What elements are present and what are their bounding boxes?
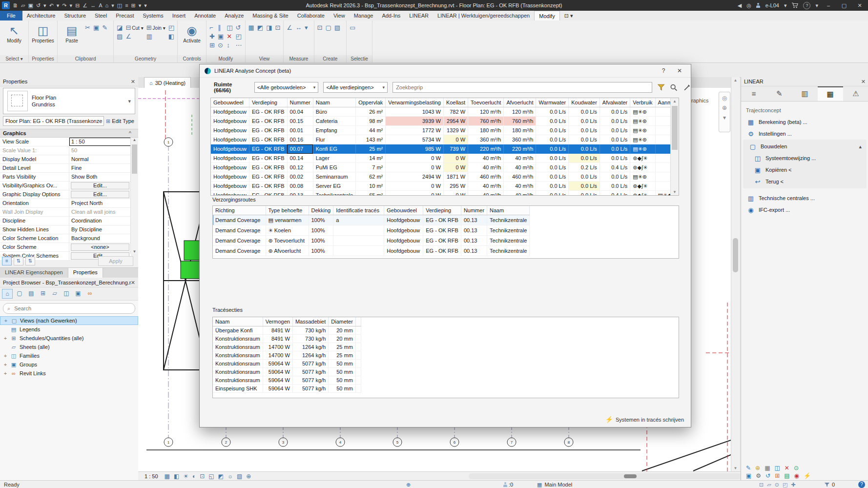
canvas-vertical-scrollbar[interactable]: ▲▼ [731, 77, 740, 471]
legend-component-icon[interactable]: ⊡ [317, 24, 323, 31]
ribbon-tab-add-ins[interactable]: Add-Ins [377, 11, 405, 20]
pick-element-icon[interactable] [683, 83, 691, 92]
terug-item[interactable]: ↩Terug < [743, 176, 867, 187]
linear-tool-icon[interactable]: ▤ [784, 472, 789, 479]
expand-icon[interactable]: + [3, 318, 8, 324]
linear-tool-icon[interactable]: ⚙ [756, 472, 761, 479]
table-row[interactable]: Konstruktionsraum8491 W730 kg/h20 mm [213, 335, 361, 343]
cell[interactable]: Empfang [313, 126, 355, 135]
column-header[interactable]: Koellast [443, 98, 468, 107]
cell[interactable]: 0.0 L/s [536, 135, 569, 144]
cell[interactable]: 8491 W [263, 335, 292, 343]
browser-schedules-icon[interactable]: ⊞ [38, 289, 48, 298]
switch-windows-icon[interactable]: ⊞ [131, 0, 136, 11]
property-value[interactable]: 50 [69, 146, 131, 155]
cell[interactable]: Übergabe Konfi [213, 326, 263, 335]
column-header[interactable]: Nummer [287, 98, 313, 107]
undo-menu-icon[interactable]: ▾ [57, 0, 60, 11]
sun-path-icon[interactable]: ☀ [183, 473, 188, 480]
cell[interactable]: Konstruktionsraum [213, 360, 263, 368]
linear-tool-icon[interactable]: ◉ [794, 472, 799, 479]
cell[interactable]: ▤✳⊛ [630, 107, 655, 117]
cell[interactable]: Konstruktionsraum [213, 368, 263, 376]
ribbon-tab-steel[interactable]: Steel [90, 11, 111, 20]
cell[interactable]: 0.0 L/s [536, 126, 569, 135]
cell[interactable]: Hoofdgebouw [384, 225, 423, 236]
cell[interactable]: Demand Coverage [213, 215, 266, 225]
signed-in-user[interactable]: e-L04 [765, 2, 779, 8]
restore-button[interactable]: ▢ [839, 2, 849, 9]
text-icon[interactable]: A [99, 0, 102, 11]
column-header[interactable]: Dekking [309, 206, 333, 215]
cell[interactable]: Technikzentrale [487, 215, 530, 225]
beam-icon[interactable]: ▥ [146, 33, 165, 40]
cell[interactable]: 0.0 L/s [569, 172, 600, 182]
cell[interactable] [355, 360, 361, 368]
level-filter-select[interactable]: <Alle verdiepingen>▾ [323, 82, 388, 93]
browser-home-icon[interactable]: ⌂ [2, 289, 13, 299]
cell[interactable]: 00.16 [287, 135, 313, 144]
cell[interactable]: 100% [309, 236, 333, 246]
cell[interactable]: 25 mm [329, 343, 356, 351]
cell[interactable]: 0.0 L/s [569, 191, 600, 196]
write-systems-button[interactable]: ⚡ Systemen in tracés schrijven [605, 416, 684, 423]
cell[interactable]: EG - OK RFB [423, 225, 461, 236]
customize-qat-icon[interactable]: ▾ [144, 0, 147, 11]
cell[interactable]: Konstruktionsraum [213, 376, 263, 385]
table-row[interactable]: HoofdgebouwEG - OK RFB00.12PuMi EG7 m²0 … [211, 163, 670, 172]
cell[interactable]: Hoofdgebouw [211, 182, 249, 191]
ifc-export-item[interactable]: ◉IFC-export ... [741, 204, 868, 216]
panel-label[interactable]: Selectie [347, 55, 372, 62]
app-store-cart-icon[interactable] [791, 2, 798, 8]
browser-sheets-icon[interactable]: ▱ [50, 289, 60, 298]
browser-groups-icon[interactable]: ▣ [73, 289, 83, 298]
ribbon-tab-file[interactable]: File [0, 11, 22, 20]
measure-menu-icon[interactable]: ▾ [305, 24, 308, 31]
panel-label[interactable]: Controls [178, 55, 206, 62]
ribbon-tab-architecture[interactable]: Architecture [22, 11, 60, 20]
sort-desc-icon[interactable]: ⇅ [25, 257, 35, 265]
cell[interactable]: Einspeisung SHK [213, 385, 263, 393]
copy-icon[interactable]: ▣ [218, 33, 224, 40]
cell[interactable]: 26 m² [356, 107, 386, 117]
cell[interactable]: Hoofdgebouw [211, 126, 249, 135]
column-header[interactable]: Verbruik [630, 98, 655, 107]
browser-links-icon[interactable]: ∞ [85, 289, 95, 298]
linear-tool-icon[interactable]: ⊙ [794, 465, 799, 471]
properties-close-icon[interactable]: ✕ [131, 77, 135, 86]
expand-icon[interactable]: + [3, 370, 8, 376]
cell[interactable]: 120 m³/h [468, 107, 504, 117]
cell[interactable]: EG - OK RFB [423, 246, 461, 256]
cell[interactable]: 0.0 L/s [599, 117, 630, 126]
cell[interactable]: 760 m³/h [468, 117, 504, 126]
cell[interactable]: Konstruktionsraum [213, 351, 263, 360]
cell[interactable]: 0 W [386, 191, 444, 196]
ribbon-tab-precast[interactable]: Precast [111, 11, 138, 20]
cell[interactable]: 0.0 L/s [599, 135, 630, 144]
palette-tab-linear-eigenschappen[interactable]: LINEAR Eigenschappen [0, 268, 68, 278]
cell[interactable]: Hoofdgebouw [211, 135, 249, 144]
cell[interactable]: 5734 W [386, 135, 444, 144]
steering-wheel-icon[interactable]: ◎ [722, 95, 727, 102]
cell[interactable]: 360 m³/h [468, 135, 504, 144]
cell[interactable]: 40 m³/h [504, 191, 536, 196]
ribbon-tab-systems[interactable]: Systems [138, 11, 167, 20]
selection-filter-icon[interactable] [824, 482, 830, 488]
cell[interactable]: 0.0 L/s [599, 144, 630, 154]
more-modify-icon[interactable]: ⋯ [236, 41, 242, 49]
table-row[interactable]: Konstruktionsraum14700 W1264 kg/h25 mm [213, 351, 361, 360]
cell[interactable]: 5077 kg/h [292, 376, 328, 385]
split-icon[interactable]: ◰ [236, 33, 242, 40]
cell[interactable]: 100% [309, 215, 333, 225]
cell[interactable]: Lager [313, 154, 355, 163]
browser-families-icon[interactable]: ◫ [62, 289, 71, 298]
cell[interactable]: 100% [309, 225, 333, 236]
property-value[interactable]: Clean all wall joins [69, 208, 131, 216]
browser-search-input[interactable] [13, 305, 131, 312]
linear-tab-menu[interactable]: ≡ [741, 86, 766, 101]
split-element-icon[interactable]: ◰ [168, 24, 174, 31]
collapse-group-icon[interactable]: ▴ [859, 143, 862, 150]
cell[interactable]: EG - OK RFB [249, 163, 287, 172]
cell[interactable]: 20 mm [329, 335, 356, 343]
column-header[interactable]: Richting [213, 206, 266, 215]
